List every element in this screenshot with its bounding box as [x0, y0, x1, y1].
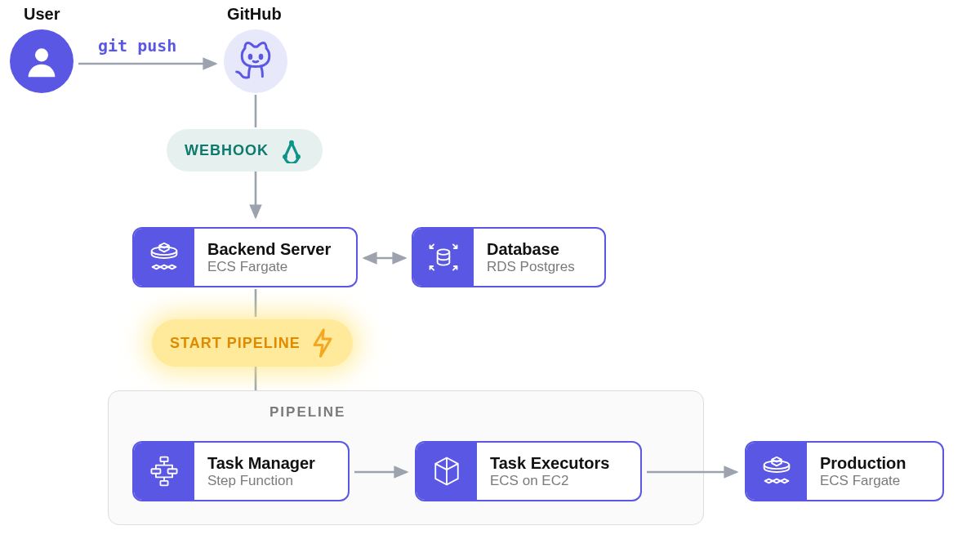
task-manager-subtitle: Step Function	[207, 473, 315, 489]
user-icon	[23, 42, 60, 80]
git-push-label: git push	[98, 36, 176, 56]
backend-title: Backend Server	[207, 239, 331, 259]
database-subtitle: RDS Postgres	[487, 259, 575, 275]
task-executors-subtitle: ECS on EC2	[490, 473, 609, 489]
svg-point-10	[438, 249, 450, 254]
github-icon	[231, 38, 280, 84]
svg-rect-15	[151, 469, 160, 474]
task-executors-title: Task Executors	[490, 453, 609, 473]
database-card: Database RDS Postgres	[412, 227, 606, 287]
user-avatar	[10, 29, 74, 93]
github-avatar	[224, 29, 287, 93]
bolt-icon	[310, 327, 335, 359]
webhook-icon	[278, 137, 305, 163]
backend-server-card: Backend Server ECS Fargate	[132, 227, 358, 287]
task-executors-card: Task Executors ECS on EC2	[415, 441, 642, 501]
ecs-fargate-icon	[145, 238, 183, 276]
webhook-label: WEBHOOK	[185, 142, 269, 159]
svg-point-1	[248, 54, 253, 60]
production-subtitle: ECS Fargate	[820, 473, 906, 489]
rds-icon	[425, 239, 461, 275]
start-pipeline-pill: START PIPELINE	[152, 319, 353, 367]
ecs-ec2-icon	[429, 453, 465, 489]
production-title: Production	[820, 453, 906, 473]
database-title: Database	[487, 239, 575, 259]
webhook-pill: WEBHOOK	[167, 129, 323, 172]
step-function-icon	[146, 453, 182, 489]
task-manager-title: Task Manager	[207, 453, 315, 473]
user-label: User	[24, 5, 60, 24]
svg-rect-16	[168, 469, 177, 474]
start-pipeline-label: START PIPELINE	[170, 335, 301, 352]
github-label: GitHub	[227, 5, 282, 24]
production-card: Production ECS Fargate	[745, 441, 944, 501]
svg-point-0	[35, 48, 48, 61]
task-manager-card: Task Manager Step Function	[132, 441, 350, 501]
pipeline-group-label: PIPELINE	[270, 404, 345, 421]
svg-rect-17	[160, 481, 167, 486]
backend-subtitle: ECS Fargate	[207, 259, 331, 275]
ecs-fargate-icon	[758, 452, 795, 490]
svg-rect-14	[160, 457, 167, 462]
svg-point-2	[259, 54, 264, 60]
